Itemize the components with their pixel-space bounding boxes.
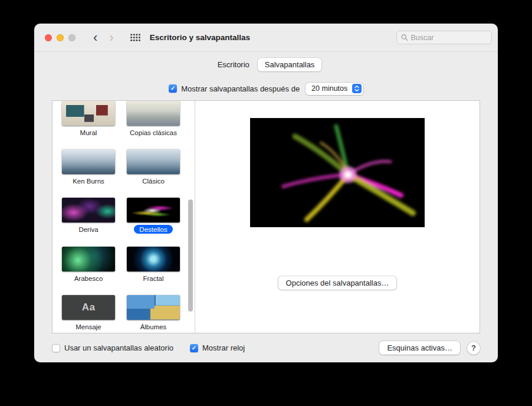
- screensaver-item-destellos[interactable]: Destellos: [127, 198, 180, 234]
- screensaver-thumbnail-destellos: [127, 198, 180, 222]
- screensaver-label: Mural: [80, 129, 97, 136]
- screensaver-thumbnail-clasico: [127, 149, 180, 174]
- screensaver-thumbnail-mural: [62, 101, 115, 126]
- checkmark-icon: ✓: [192, 345, 196, 351]
- search-icon: [401, 34, 408, 41]
- screensaver-thumbnail-arabesco: [62, 247, 115, 271]
- screensaver-thumbnail-deriva: [62, 198, 115, 222]
- screensaver-item-copias-clasicas[interactable]: Copias clásicas: [127, 101, 180, 136]
- screensaver-thumbnail-copias-clasicas: [127, 101, 180, 126]
- checkbox-box: ✓: [169, 84, 177, 93]
- screensaver-label: Copias clásicas: [130, 129, 177, 136]
- search-field[interactable]: [396, 31, 492, 44]
- random-screensaver-label: Usar un salvapantallas aleatorio: [64, 343, 173, 352]
- screensaver-label: Clásico: [142, 178, 165, 185]
- checkmark-icon: ✓: [170, 86, 175, 91]
- screensaver-item-albumes[interactable]: Álbumes: [127, 295, 180, 330]
- tab-escritorio[interactable]: Escritorio: [211, 58, 257, 71]
- screensaver-label: Ken Burns: [73, 178, 104, 185]
- fullscreen-button[interactable]: [68, 34, 75, 41]
- footer: Usar un salvapantallas aleatorio ✓ Mostr…: [52, 341, 480, 355]
- tab-salvapantallas[interactable]: Salvapantallas: [258, 58, 322, 71]
- mensaje-thumb-text: Aa: [82, 302, 96, 313]
- screensaver-item-ken-burns[interactable]: Ken Burns: [62, 149, 115, 185]
- screensaver-item-deriva[interactable]: Deriva: [62, 198, 115, 234]
- list-scrollbar[interactable]: [188, 199, 193, 312]
- checkbox-box: [52, 344, 60, 352]
- traffic-lights: [45, 34, 75, 41]
- show-clock-checkbox[interactable]: ✓ Mostrar reloj: [190, 343, 245, 352]
- random-screensaver-checkbox[interactable]: Usar un salvapantallas aleatorio: [52, 343, 173, 352]
- help-button[interactable]: ?: [467, 342, 480, 355]
- screensaver-preview[interactable]: [250, 118, 425, 227]
- screensaver-item-mural[interactable]: Mural: [62, 101, 115, 136]
- screensaver-thumbnail-mensaje: Aa: [62, 295, 115, 320]
- flurry-preview-image: [250, 118, 425, 227]
- search-input[interactable]: [411, 34, 487, 42]
- minimize-button[interactable]: [57, 34, 64, 41]
- screensaver-thumbnail-albumes: [127, 295, 180, 320]
- screensaver-grid: Mural Copias clásicas Ken Burns Clásico: [52, 101, 195, 330]
- show-clock-label: Mostrar reloj: [202, 343, 245, 352]
- window-title: Escritorio y salvapantallas: [150, 33, 250, 42]
- stepper-icon: [352, 84, 362, 93]
- screensaver-thumbnail-fractal: [127, 247, 180, 271]
- tab-bar: Escritorio Salvapantallas: [34, 52, 498, 77]
- screensaver-item-mensaje[interactable]: Aa Mensaje: [62, 295, 115, 330]
- grid-dots-icon: [130, 34, 140, 41]
- screensaver-thumbnail-ken-burns: [62, 149, 115, 174]
- screensaver-label: Deriva: [78, 226, 98, 233]
- preview-pane: Opciones del salvapantallas…: [195, 101, 480, 333]
- screensaver-list: Mural Copias clásicas Ken Burns Clásico: [52, 101, 195, 333]
- screensaver-label: Mensaje: [75, 323, 101, 330]
- delay-select[interactable]: 20 minutos: [306, 83, 363, 95]
- checkbox-box: ✓: [190, 344, 198, 352]
- screensaver-options-button[interactable]: Opciones del salvapantallas…: [278, 276, 397, 290]
- screensaver-label: Álbumes: [140, 323, 167, 330]
- screensaver-label: Arabesco: [74, 275, 103, 282]
- show-after-checkbox[interactable]: ✓ Mostrar salvapantallas después de: [169, 84, 300, 93]
- close-button[interactable]: [45, 34, 52, 41]
- screensaver-item-clasico[interactable]: Clásico: [127, 149, 180, 185]
- screensaver-label-selected: Destellos: [134, 225, 172, 234]
- screensaver-label: Fractal: [143, 275, 163, 282]
- titlebar[interactable]: ‹ › Escritorio y salvapantallas: [34, 24, 498, 52]
- show-after-label: Mostrar salvapantallas después de: [181, 84, 300, 93]
- hot-corners-button[interactable]: Esquinas activas…: [379, 341, 460, 355]
- show-all-grid-icon[interactable]: [130, 34, 140, 41]
- settings-bar: ✓ Mostrar salvapantallas después de 20 m…: [34, 77, 498, 100]
- preferences-window: ‹ › Escritorio y salvapantallas Escritor…: [34, 24, 498, 362]
- main-panel: Mural Copias clásicas Ken Burns Clásico: [52, 100, 480, 333]
- back-button[interactable]: ‹: [91, 31, 100, 44]
- screensaver-item-fractal[interactable]: Fractal: [127, 247, 180, 282]
- delay-value: 20 minutos: [311, 84, 347, 93]
- forward-button[interactable]: ›: [107, 31, 116, 44]
- screensaver-item-arabesco[interactable]: Arabesco: [62, 247, 115, 282]
